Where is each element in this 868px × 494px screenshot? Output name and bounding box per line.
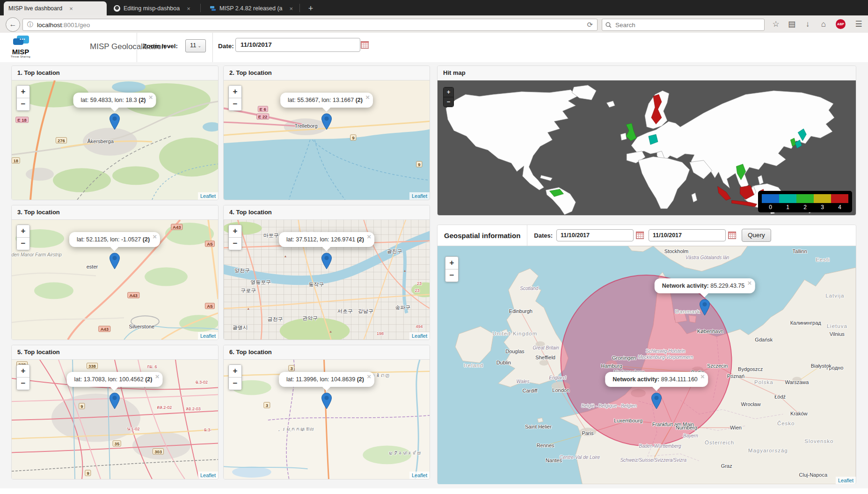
network-activity-marker[interactable] — [699, 299, 710, 316]
legend-entry: 2 — [796, 194, 814, 211]
legend-swatch — [779, 194, 796, 203]
search-input[interactable] — [614, 21, 764, 29]
leaflet-attribution[interactable]: Leaflet — [409, 472, 430, 479]
legend-value: 4 — [831, 204, 848, 211]
map-canvas[interactable]: E 6E 2299Trelleborg +− lat: 55.3667, lon… — [224, 80, 430, 200]
date-to-input[interactable]: 11/10/2017 — [649, 229, 726, 241]
map-canvas[interactable]: 3383389935303กม. 6ตล.2-02ฉ.3-02ตล.2-02ลอ… — [12, 360, 218, 479]
leaflet-attribution[interactable]: Leaflet — [198, 472, 218, 479]
tab-misp-live-dashboard[interactable]: MISP live dashboard × — [4, 1, 107, 15]
zoom-out-button[interactable]: − — [17, 377, 29, 390]
calendar-icon[interactable] — [728, 232, 736, 239]
tab-title: Editing misp-dashboa — [124, 5, 180, 12]
search-icon — [605, 22, 612, 28]
bookmark-star-icon[interactable]: ☆ — [770, 18, 782, 30]
zoom-out-button[interactable]: − — [229, 98, 241, 110]
tab-misp-release[interactable]: MISP 2.4.82 released (a × — [205, 1, 306, 15]
map-canvas[interactable]: E 1827618Åkersberga +− lat: 59.4833, lon… — [12, 80, 218, 200]
popup-close-button[interactable]: × — [155, 373, 160, 380]
zoom-in-button[interactable]: + — [445, 257, 458, 269]
map-canvas[interactable]: 서울특별시마포구광진구양천구영등포구동작구구로구서초구강남구관악구금천구광명시송… — [224, 220, 430, 340]
search-bar[interactable] — [602, 19, 765, 31]
network-activity-popup: Network activity: 85.229.43.75× — [655, 278, 755, 293]
downloads-icon[interactable]: ↓ — [802, 18, 814, 30]
popup-close-button[interactable]: × — [747, 280, 751, 286]
zoom-in-button[interactable]: + — [17, 365, 29, 377]
calendar-icon[interactable] — [636, 232, 644, 239]
map-marker[interactable] — [109, 253, 120, 269]
calendar-icon[interactable] — [361, 41, 369, 49]
panel-title: 5. Top location — [12, 345, 218, 360]
zoom-out-button[interactable]: − — [17, 98, 29, 110]
home-icon[interactable]: ⌂ — [817, 18, 830, 30]
network-activity-marker[interactable] — [651, 392, 662, 409]
bookmarks-menu-icon[interactable]: ▤ — [786, 18, 798, 30]
geospatial-header: Geospatial information Dates: 11/10/2017… — [438, 225, 856, 246]
top-location-panel-4: 4. Top location 서울특별시마포구광진구양천구영등포구동작구구로구… — [223, 205, 430, 340]
map-marker[interactable] — [109, 392, 120, 409]
geospatial-map-canvas[interactable]: StockholmVästra Götalands länTallinnEest… — [438, 246, 856, 484]
map-marker[interactable] — [109, 113, 120, 130]
back-button[interactable]: ← — [6, 17, 20, 32]
zoom-out-button[interactable]: − — [444, 97, 453, 107]
zoom-in-button[interactable]: + — [229, 365, 241, 377]
popup-close-button[interactable]: × — [367, 233, 371, 240]
popup-close-button[interactable]: × — [365, 94, 370, 101]
map-marker[interactable] — [321, 392, 332, 409]
popup-close-button[interactable]: × — [367, 373, 371, 380]
github-icon — [114, 5, 120, 12]
url-bar[interactable]: ⓘ localhost:8001/geo ⟳ — [22, 19, 598, 31]
popup-coordinates: lat: 59.4833, lon: 18.3 — [81, 97, 137, 103]
panel-title: 3. Top location — [12, 205, 218, 220]
leaflet-attribution[interactable]: Leaflet — [198, 332, 218, 340]
zoom-in-button[interactable]: + — [444, 87, 453, 97]
legend-swatch — [831, 194, 848, 203]
tab-close-icon[interactable]: × — [69, 5, 73, 12]
menu-hamburger-icon[interactable]: ☰ — [853, 18, 865, 30]
panel-title: 2. Top location — [224, 66, 430, 80]
zoom-in-button[interactable]: + — [17, 86, 29, 98]
misp-logo-text: MISP — [8, 49, 33, 55]
tab-close-icon[interactable]: × — [290, 5, 293, 12]
tab-editing-misp-dashboard[interactable]: Editing misp-dashboa × — [109, 1, 207, 15]
zoom-out-button[interactable]: − — [17, 237, 29, 250]
zoom-in-button[interactable]: + — [229, 86, 241, 98]
map-canvas[interactable]: 33ភ្នំពេញស្រុកកណ្ដាលស្ទឹងមានជ័យ +− lat: … — [224, 360, 430, 479]
map-popup: lat: 13.7083, lon: 100.4562 (2)× — [67, 372, 163, 387]
geospatial-title: Geospatial information — [438, 232, 527, 240]
map-canvas[interactable]: A43A43A43A5A5Niden Manor Farm Airstripes… — [12, 220, 218, 340]
page-info-icon[interactable]: ⓘ — [23, 21, 37, 29]
popup-close-button[interactable]: × — [149, 94, 153, 101]
zoom-out-button[interactable]: − — [229, 377, 241, 390]
zoom-in-button[interactable]: + — [229, 225, 241, 237]
map-marker[interactable] — [321, 113, 332, 130]
popup-coordinates: lat: 52.1125, lon: -1.0527 — [77, 236, 141, 243]
legend-entry: 4 — [831, 194, 848, 211]
legend-value: 2 — [796, 204, 814, 211]
leaflet-attribution[interactable]: Leaflet — [198, 192, 218, 200]
new-tab-button[interactable]: + — [304, 2, 317, 15]
reload-icon[interactable]: ⟳ — [587, 21, 597, 29]
top-location-panel-1: 1. Top location E 1827618Åkersberga +− l… — [11, 65, 219, 200]
date-from-input[interactable]: 11/10/2017 — [556, 229, 634, 241]
leaflet-attribution[interactable]: Leaflet — [836, 477, 856, 484]
zoom-in-button[interactable]: + — [17, 225, 29, 237]
legend-value: 3 — [814, 204, 831, 211]
popup-close-button[interactable]: × — [153, 233, 157, 240]
panel-title: 4. Top location — [224, 205, 430, 220]
zoom-level-select[interactable]: 11⌄ — [185, 39, 206, 52]
adblock-plus-icon[interactable]: ABP — [836, 19, 846, 29]
date-input[interactable]: 11/10/2017 — [235, 38, 360, 52]
zoom-control: +− — [228, 364, 242, 390]
zoom-out-button[interactable]: − — [229, 237, 241, 250]
hit-map-canvas[interactable]: +− 01234 — [438, 80, 856, 215]
leaflet-attribution[interactable]: Leaflet — [409, 332, 430, 340]
map-tiles — [438, 246, 856, 484]
leaflet-attribution[interactable]: Leaflet — [409, 192, 430, 200]
query-button[interactable]: Query — [742, 229, 771, 242]
map-marker[interactable] — [321, 253, 332, 269]
tab-close-icon[interactable]: × — [187, 5, 190, 12]
popup-close-button[interactable]: × — [700, 373, 705, 380]
panel-title: Hit map — [438, 66, 856, 80]
zoom-out-button[interactable]: − — [445, 269, 458, 282]
